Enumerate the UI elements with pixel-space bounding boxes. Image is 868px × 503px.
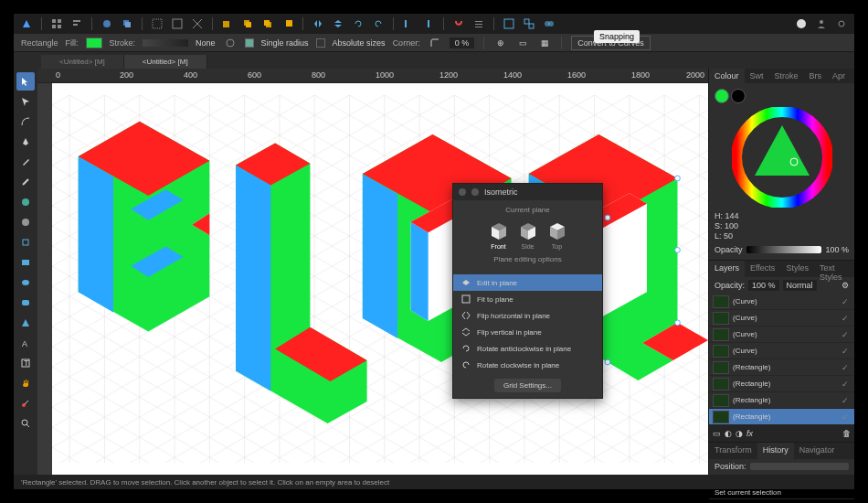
arrange-backward-icon[interactable]	[240, 16, 255, 31]
snap-icon[interactable]	[451, 16, 466, 31]
delete-layer-icon[interactable]: 🗑	[842, 429, 851, 438]
grid-icon[interactable]	[49, 16, 64, 31]
account-icon[interactable]	[814, 16, 829, 31]
colour-tab[interactable]: Colour	[709, 69, 745, 83]
document-tab[interactable]: <Untitled> [M]	[41, 55, 124, 69]
canvas[interactable]	[52, 83, 708, 475]
brush-tool[interactable]	[16, 173, 35, 191]
corner-value[interactable]: 0 %	[450, 37, 475, 48]
fit-to-plane-option[interactable]: Fit to plane	[453, 291, 602, 307]
isometric-panel[interactable]: Isometric Current plane Front Side Top P…	[452, 183, 603, 399]
align-center-icon[interactable]	[421, 16, 436, 31]
pen-tool[interactable]	[16, 133, 35, 151]
zoom-tool[interactable]	[16, 414, 35, 433]
collapse-icon[interactable]	[471, 188, 479, 196]
navigator-tab[interactable]: Navigator	[794, 443, 841, 459]
colour-wheel[interactable]	[732, 107, 832, 208]
layer-opacity-value[interactable]: 100 %	[748, 280, 779, 291]
arrange-forward-icon[interactable]	[260, 16, 275, 31]
styles-tab[interactable]: Styles	[780, 261, 814, 277]
settings-icon[interactable]	[834, 16, 849, 31]
corner-tool[interactable]	[16, 112, 35, 131]
fill-swatch[interactable]	[86, 37, 102, 48]
transform-tab[interactable]: Transform	[709, 443, 757, 459]
text-styles-tab[interactable]: Text Styles	[814, 261, 854, 277]
swatches-tab[interactable]: Swt	[745, 69, 769, 83]
stroke-settings-icon[interactable]	[223, 36, 238, 50]
rounded-rect-tool[interactable]	[16, 294, 35, 312]
opacity-slider[interactable]	[746, 246, 822, 253]
layers-tab[interactable]: Layers	[709, 261, 745, 277]
colour-picker-tool[interactable]	[16, 394, 35, 412]
select-all-icon[interactable]	[150, 16, 164, 31]
add-layer-icon[interactable]: ▭	[713, 429, 721, 438]
artistic-text-tool[interactable]: A	[16, 334, 35, 352]
flip-v-icon[interactable]	[331, 16, 345, 31]
stroke-width-slider[interactable]	[143, 39, 188, 47]
corner-type-icon[interactable]	[428, 36, 442, 50]
help-icon[interactable]	[794, 16, 809, 31]
transform-origin-icon[interactable]: ⊕	[493, 36, 508, 50]
layer-item[interactable]: (Rectangle)✓	[709, 409, 854, 425]
frame-text-tool[interactable]: T	[16, 354, 35, 372]
triangle-tool[interactable]	[16, 314, 35, 332]
brushes-tab[interactable]: Brs	[804, 69, 828, 83]
align-icon[interactable]	[69, 16, 84, 31]
arrange-front-icon[interactable]	[281, 16, 295, 31]
layer-item[interactable]: (Curve)✓	[709, 294, 854, 310]
select-invert-icon[interactable]	[190, 16, 205, 31]
layer-item[interactable]: (Rectangle)✓	[709, 359, 854, 376]
arrange-back-icon[interactable]	[220, 16, 235, 31]
pencil-tool[interactable]	[16, 153, 35, 171]
rotate-ccw-icon[interactable]	[351, 16, 365, 31]
plane-front-button[interactable]: Front	[488, 219, 510, 250]
layer-item[interactable]: (Curve)✓	[709, 343, 854, 359]
isometric-panel-header[interactable]: Isometric	[453, 184, 602, 200]
rotate-cw-plane-option[interactable]: Rotate clockwise in plane	[453, 357, 602, 373]
layer-item[interactable]: (Rectangle)✓	[709, 376, 854, 392]
add-mask-icon[interactable]: ◐	[725, 429, 732, 438]
layer-item[interactable]: (Rectangle)✓	[709, 392, 854, 409]
single-radius-check[interactable]	[245, 38, 254, 48]
fx-icon[interactable]: fx	[746, 429, 753, 438]
effects-tab[interactable]: Effects	[745, 261, 780, 277]
absolute-sizes-check[interactable]	[316, 38, 325, 48]
stroke-swatch-circle[interactable]	[731, 89, 746, 103]
history-slider[interactable]	[750, 463, 849, 470]
cycle-select-icon[interactable]: ▦	[537, 36, 552, 50]
node-tool[interactable]	[16, 92, 35, 111]
close-icon[interactable]	[459, 188, 466, 196]
flip-h-icon[interactable]	[311, 16, 325, 31]
fill-swatch-circle[interactable]	[715, 89, 729, 103]
compound-icon[interactable]	[542, 16, 556, 31]
layer-item[interactable]: (Curve)✓	[709, 326, 854, 343]
select-same-icon[interactable]	[170, 16, 185, 31]
layer-new-icon[interactable]	[100, 16, 114, 31]
ungroup-icon[interactable]	[522, 16, 536, 31]
stroke-tab[interactable]: Stroke	[769, 69, 804, 83]
history-item[interactable]: Transform	[709, 499, 854, 503]
layer-item[interactable]: (Curve)✓	[709, 310, 854, 326]
transparency-tool[interactable]	[16, 213, 35, 231]
hide-selection-icon[interactable]: ▭	[515, 36, 530, 50]
fill-tool[interactable]	[16, 193, 35, 211]
flip-h-plane-option[interactable]: Flip horizontal in plane	[453, 307, 602, 324]
history-tab[interactable]: History	[757, 443, 794, 459]
layer-settings-icon[interactable]: ⚙	[842, 281, 849, 290]
plane-side-button[interactable]: Side	[517, 219, 539, 250]
rotate-ccw-plane-option[interactable]: Rotate anticlockwise in plane	[453, 340, 602, 357]
rectangle-tool[interactable]	[16, 253, 35, 272]
group-icon[interactable]	[502, 16, 516, 31]
pan-tool[interactable]	[16, 374, 35, 392]
flip-v-plane-option[interactable]: Flip vertical in plane	[453, 324, 602, 340]
crop-tool[interactable]	[16, 233, 35, 252]
grid-settings-button[interactable]: Grid Settings...	[494, 379, 561, 392]
layer-dup-icon[interactable]	[120, 16, 134, 31]
blend-mode[interactable]: Normal	[783, 280, 817, 291]
edit-in-plane-option[interactable]: Edit in plane	[453, 274, 602, 291]
rotate-cw-icon[interactable]	[371, 16, 386, 31]
plane-top-button[interactable]: Top	[546, 219, 568, 250]
document-tab[interactable]: <Untitled> [M]	[124, 55, 207, 69]
snap-menu-icon[interactable]	[471, 16, 486, 31]
align-left-icon[interactable]	[401, 16, 416, 31]
